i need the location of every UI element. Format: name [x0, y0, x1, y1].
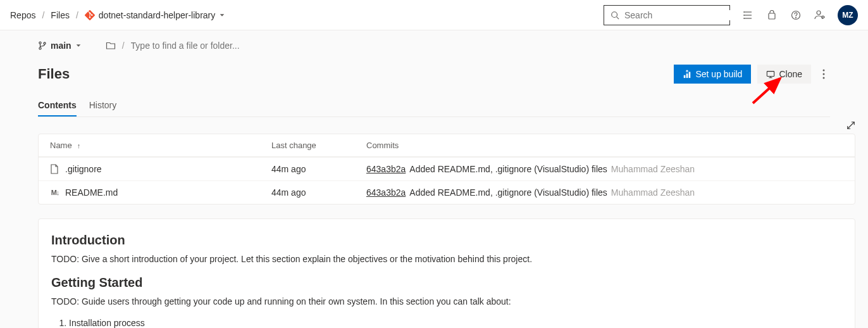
svg-point-15 — [44, 42, 46, 44]
commit-hash-link[interactable]: 643a3b2a — [366, 187, 406, 198]
svg-point-24 — [823, 77, 825, 79]
svg-rect-8 — [769, 13, 775, 19]
svg-rect-18 — [689, 72, 691, 79]
breadcrumb-repo-dropdown[interactable]: dotnet-standard-helper-library — [85, 10, 225, 20]
column-header-commits[interactable]: Commits — [366, 141, 843, 150]
file-last-change: 44m ago — [271, 164, 366, 174]
folder-icon[interactable] — [106, 41, 116, 51]
svg-point-0 — [612, 11, 617, 17]
user-settings-icon[interactable] — [814, 9, 826, 22]
branch-name-label: main — [51, 41, 71, 51]
avatar-initials: MZ — [842, 11, 853, 20]
commit-author: Muhammad Zeeshan — [611, 164, 695, 174]
table-row[interactable]: .gitignore 44m ago 643a3b2a Added README… — [39, 157, 855, 180]
commit-hash-link[interactable]: 643a3b2a — [366, 164, 406, 174]
breadcrumb-sep: / — [76, 10, 78, 20]
readme-heading: Introduction — [51, 233, 842, 248]
readme-preview: Introduction TODO: Give a short introduc… — [38, 218, 855, 328]
file-name: .gitignore — [65, 164, 102, 174]
breadcrumb-repos[interactable]: Repos — [10, 10, 35, 20]
sort-asc-icon: ↑ — [77, 142, 81, 149]
readme-paragraph: TODO: Guide users through getting your c… — [51, 296, 842, 306]
column-header-name[interactable]: Name ↑ — [50, 141, 271, 150]
build-icon — [683, 70, 691, 79]
col-name-label: Name — [50, 141, 72, 150]
svg-rect-16 — [684, 75, 686, 78]
boards-icon[interactable] — [741, 9, 754, 22]
more-actions-button[interactable] — [817, 66, 830, 82]
column-header-last-change[interactable]: Last change — [271, 141, 366, 150]
markdown-icon: M↓ — [50, 189, 60, 196]
clone-button[interactable]: Clone — [757, 65, 811, 84]
commit-author: Muhammad Zeeshan — [611, 187, 695, 198]
search-input[interactable] — [624, 10, 735, 20]
avatar[interactable]: MZ — [838, 5, 858, 25]
svg-point-22 — [823, 70, 825, 72]
svg-point-23 — [823, 73, 825, 75]
file-icon — [50, 164, 60, 174]
chevron-down-icon — [75, 42, 82, 49]
svg-rect-19 — [767, 72, 774, 77]
clone-label: Clone — [779, 69, 802, 79]
svg-rect-17 — [686, 73, 688, 78]
svg-point-13 — [39, 42, 41, 44]
repo-name-label: dotnet-standard-helper-library — [99, 10, 215, 20]
branch-icon — [38, 41, 47, 50]
help-icon[interactable] — [790, 9, 802, 22]
commit-message: Added README.md, .gitignore (VisualStudi… — [409, 164, 607, 174]
breadcrumb-sep: / — [42, 10, 44, 20]
readme-heading: Getting Started — [51, 275, 842, 290]
setup-build-button[interactable]: Set up build — [674, 65, 751, 84]
search-icon — [611, 11, 619, 20]
svg-point-12 — [822, 16, 824, 18]
file-name: README.md — [65, 187, 118, 198]
commit-message: Added README.md, .gitignore (VisualStudi… — [409, 187, 607, 198]
svg-point-14 — [39, 47, 41, 49]
setup-build-label: Set up build — [695, 69, 742, 79]
readme-paragraph: TODO: Give a short introduction of your … — [51, 254, 842, 264]
marketplace-icon[interactable] — [766, 9, 778, 22]
tab-contents[interactable]: Contents — [38, 95, 77, 117]
clone-icon — [766, 70, 775, 79]
svg-point-10 — [796, 17, 797, 18]
breadcrumb-files[interactable]: Files — [51, 10, 70, 20]
page-title: Files — [38, 66, 70, 82]
tab-history[interactable]: History — [89, 95, 117, 117]
svg-line-1 — [617, 16, 619, 19]
path-sep: / — [122, 41, 125, 51]
svg-point-11 — [817, 11, 821, 15]
git-repo-icon — [85, 10, 95, 20]
readme-list-item: Installation process — [69, 318, 842, 328]
table-row[interactable]: M↓ README.md 44m ago 643a3b2a Added READ… — [39, 180, 855, 204]
branch-selector[interactable]: main — [38, 41, 82, 51]
file-last-change: 44m ago — [271, 187, 366, 198]
chevron-down-icon — [219, 12, 225, 18]
file-table: Name ↑ Last change Commits .gitignore 44… — [38, 134, 855, 205]
path-search-input[interactable] — [131, 41, 321, 51]
search-input-container[interactable] — [604, 5, 730, 25]
fullscreen-icon[interactable] — [846, 121, 855, 130]
svg-line-25 — [848, 122, 855, 129]
